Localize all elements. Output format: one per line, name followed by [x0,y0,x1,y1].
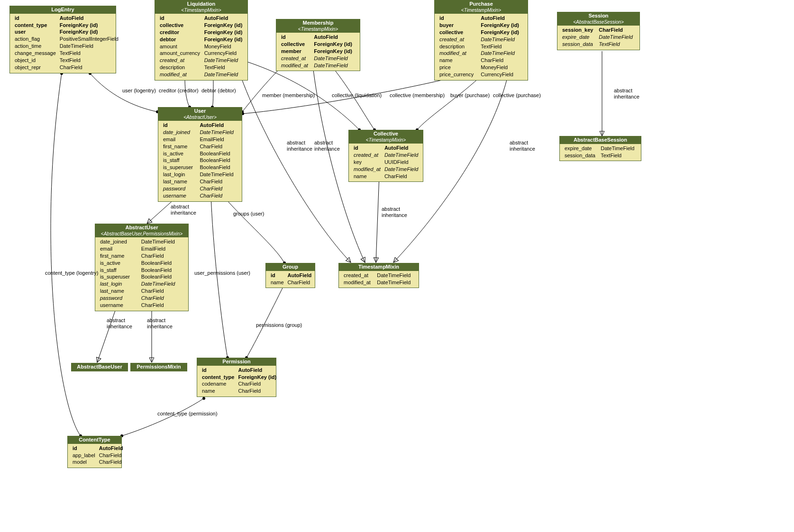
edge-label-userpermissions-user: user_permissions (user) [194,270,250,276]
subtitle-text: <TimestampMixin> [158,8,245,14]
field-row: app_labelCharField [71,452,125,459]
title-text: AbstractBaseUser [77,364,122,370]
field-type: TextField [58,57,120,64]
field-row: passwordCharField [161,185,239,192]
field-name: collective [438,29,479,36]
field-type: CharField [198,192,239,199]
field-type: BooleanField [139,267,185,274]
field-type: DateTimeField [202,57,245,64]
field-table: idAutoFieldcontent_typeForeignKey (id)co… [200,367,278,395]
field-name: expire_date [563,145,599,152]
field-type: TextField [599,152,638,159]
field-type: AutoField [202,15,245,22]
entity-body: session_keyCharFieldexpire_dateDateTimeF… [557,26,639,50]
field-type: AutoField [383,144,420,152]
field-type: CurrencyField [202,50,245,57]
edge-label-abstract-inheritance-2: abstract inheritance [287,140,312,152]
field-type: CharField [97,459,125,466]
field-name: last_name [161,178,198,185]
field-name: session_data [563,152,599,159]
field-row: modified_atDateTimeField [279,62,357,69]
field-type: ForeignKey (id) [236,374,278,381]
field-name: price [438,64,479,71]
entity-body: idAutoFieldcontent_typeForeignKey (id)co… [197,366,276,397]
field-table: idAutoFielddate_joinedDateTimeFieldemail… [161,122,239,199]
entity-title: User <AbstractUser> [158,108,242,121]
entity-user: User <AbstractUser> idAutoFielddate_join… [158,107,242,202]
field-name: object_repr [13,64,58,71]
field-name: description [158,64,202,71]
field-type: DateTimeField [479,36,525,43]
title-text: Permission [222,359,250,364]
field-type: AutoField [312,34,357,41]
field-row: idAutoField [158,15,245,22]
entity-abstractbasesession: AbstractBaseSession expire_dateDateTimeF… [559,136,641,161]
field-row: emailEmailField [98,245,185,252]
field-name: id [158,15,202,22]
field-type: ForeignKey (id) [202,36,245,43]
field-row: keyUUIDField [352,159,420,166]
field-table: idAutoFieldcontent_typeForeignKey (id)us… [13,15,120,71]
field-name: model [71,459,97,466]
entity-title: Session <AbstractBaseSession> [557,12,639,26]
field-type: DateTimeField [198,129,239,136]
field-type: AutoField [236,367,278,374]
field-type: MoneyField [202,43,245,50]
field-type: BooleanField [139,273,185,280]
field-type: CharField [58,64,120,71]
entity-timestampmixin: TimestampMixin created_atDateTimeFieldmo… [338,263,419,288]
field-row: session_dataTextField [560,41,637,48]
field-name: debtor [158,36,202,43]
field-row: passwordCharField [98,295,185,302]
field-type: BooleanField [139,260,185,267]
field-name: description [438,43,479,50]
field-name: modified_at [158,71,202,78]
field-name: username [98,302,139,309]
field-type: CharField [139,295,185,302]
field-row: session_dataTextField [563,152,638,159]
field-type: CharField [139,288,185,295]
entity-body: created_atDateTimeFieldmodified_atDateTi… [339,271,419,288]
field-name: expire_date [560,34,597,41]
field-row: codenameCharField [200,380,278,388]
title-text: Liquidation [187,1,215,7]
field-row: expire_dateDateTimeField [563,145,638,152]
field-row: modified_atDateTimeField [352,166,420,173]
field-name: name [438,57,479,64]
field-row: amountMoneyField [158,43,245,50]
field-name: session_key [560,27,597,34]
field-row: nameCharField [269,279,313,286]
field-row: descriptionTextField [158,64,245,71]
entity-liquidation: Liquidation <TimestampMixin> idAutoField… [155,0,248,81]
field-type: UUIDField [383,159,420,166]
entity-title: TimestampMixin [339,263,419,271]
field-row: action_flagPositiveSmallIntegerField [13,36,120,43]
field-row: created_atDateTimeField [279,55,357,62]
field-row: usernameCharField [161,192,239,199]
field-name: is_staff [98,267,139,274]
field-row: is_staffBooleanField [161,157,239,164]
field-type: BooleanField [198,164,239,171]
field-row: is_superuserBooleanField [161,164,239,171]
edge-label-contenttype-logentry: content_type (logentry) [45,270,99,276]
field-name: content_type [200,374,236,381]
edge-label-collective-membership: collective (membership) [390,92,445,99]
field-name: is_active [98,260,139,267]
entity-body: idAutoFieldapp_labelCharFieldmodelCharFi… [68,444,121,468]
edge-label-collective-liquidation: collective (liquidation) [332,92,382,99]
field-name: content_type [13,22,58,29]
field-row: price_currencyCurrencyField [438,71,525,78]
field-name: price_currency [438,71,479,78]
title-text: TimestampMixin [358,264,399,270]
field-row: modelCharField [71,459,125,466]
subtitle-text: <AbstractBaseUser,PermissionsMixin> [98,231,185,237]
entity-collective: Collective <TimestampMixin> idAutoFieldc… [348,130,423,182]
entity-title: AbstractBaseSession [560,136,641,144]
field-table: idAutoFieldbuyerForeignKey (id)collectiv… [438,15,525,78]
field-row: priceMoneyField [438,64,525,71]
field-table: idAutoFieldnameCharField [269,272,313,286]
edge-label-collective-purchase: collective (purchase) [493,92,541,99]
field-type: CurrencyField [479,71,525,78]
field-row: usernameCharField [98,302,185,309]
field-name: amount [158,43,202,50]
